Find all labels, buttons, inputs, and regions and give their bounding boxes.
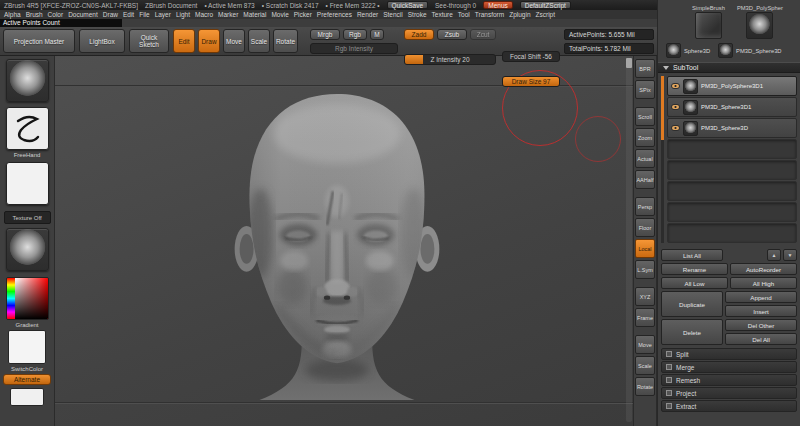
zoom-button[interactable]: Zoom xyxy=(635,128,655,147)
menu-preferences[interactable]: Preferences xyxy=(317,11,352,18)
menu-document[interactable]: Document xyxy=(68,11,98,18)
menu-macro[interactable]: Macro xyxy=(195,11,213,18)
all-low-button[interactable]: All Low xyxy=(661,277,728,289)
menu-picker[interactable]: Picker xyxy=(294,11,312,18)
all-high-button[interactable]: All High xyxy=(730,277,797,289)
actual-button[interactable]: Actual xyxy=(635,149,655,168)
subtool-up-button[interactable]: ▲ xyxy=(767,249,781,261)
merge-section-header[interactable]: Merge xyxy=(661,361,797,373)
menu-layer[interactable]: Layer xyxy=(155,11,171,18)
secondary-color-swatch[interactable] xyxy=(10,388,44,406)
projection-master-button[interactable]: Projection Master xyxy=(3,29,75,53)
color-picker[interactable] xyxy=(6,277,49,320)
delete-button[interactable]: Delete xyxy=(661,319,723,345)
menu-file[interactable]: File xyxy=(139,11,149,18)
visibility-eye-icon[interactable] xyxy=(671,104,680,110)
remesh-section-header[interactable]: Remesh xyxy=(661,374,797,386)
rgb-button[interactable]: Rgb xyxy=(343,29,367,40)
zsub-button[interactable]: Zsub xyxy=(437,29,467,40)
subtool-item[interactable]: PM3D_PolySphere3D1 xyxy=(667,76,797,96)
rotate-nav-button[interactable]: Rotate xyxy=(635,377,655,396)
lsym-button[interactable]: L.Sym xyxy=(635,260,655,279)
zcut-button[interactable]: Zcut xyxy=(470,29,496,40)
saturation-value-field[interactable] xyxy=(15,278,48,319)
menu-marker[interactable]: Marker xyxy=(218,11,238,18)
frame-button[interactable]: Frame xyxy=(635,308,655,327)
menu-light[interactable]: Light xyxy=(176,11,190,18)
m-button[interactable]: M xyxy=(370,29,384,40)
subtool-section-header[interactable]: SubTool xyxy=(658,62,800,73)
rotate-mode-button[interactable]: Rotate xyxy=(273,29,298,53)
del-other-button[interactable]: Del Other xyxy=(725,319,797,331)
lightbox-button[interactable]: LightBox xyxy=(79,29,125,53)
current-alpha-thumbnail[interactable] xyxy=(6,162,49,205)
menu-color[interactable]: Color xyxy=(48,11,64,18)
menu-edit[interactable]: Edit xyxy=(123,11,134,18)
menu-material[interactable]: Material xyxy=(243,11,266,18)
spix-button[interactable]: SPix xyxy=(635,80,655,99)
z-intensity-slider[interactable]: Z Intensity 20 xyxy=(404,54,496,65)
default-zscript-button[interactable]: DefaultZScript xyxy=(520,1,571,9)
duplicate-button[interactable]: Duplicate xyxy=(661,291,723,317)
main-color-swatch[interactable] xyxy=(8,330,46,364)
canvas-scrollbar[interactable] xyxy=(626,58,632,422)
autoreorder-button[interactable]: AutoReorder xyxy=(730,263,797,275)
append-button[interactable]: Append xyxy=(725,291,797,303)
move-nav-button[interactable]: Move xyxy=(635,335,655,354)
scale-nav-button[interactable]: Scale xyxy=(635,356,655,375)
subtool-item[interactable]: PM3D_Sphere3D1 xyxy=(667,97,797,117)
visibility-eye-icon[interactable] xyxy=(671,83,680,89)
draw-size-slider[interactable]: Draw Size 97 xyxy=(502,76,560,87)
canvas-scrollbar-handle[interactable] xyxy=(626,58,632,68)
insert-button[interactable]: Insert xyxy=(725,305,797,317)
list-all-button[interactable]: List All xyxy=(661,249,723,261)
rename-button[interactable]: Rename xyxy=(661,263,728,275)
menu-zscript[interactable]: Zscript xyxy=(536,11,556,18)
floor-button[interactable]: Floor xyxy=(635,218,655,237)
menus-toggle-button[interactable]: Menus xyxy=(483,1,513,9)
menu-zplugin[interactable]: Zplugin xyxy=(509,11,530,18)
focal-shift-slider[interactable]: Focal Shift -56 xyxy=(502,51,560,62)
see-through-slider[interactable]: See-through 0 xyxy=(435,2,476,9)
gradient-toggle[interactable]: Gradient xyxy=(15,322,38,328)
extract-section-header[interactable]: Extract xyxy=(661,400,797,412)
menu-render[interactable]: Render xyxy=(357,11,378,18)
menu-movie[interactable]: Movie xyxy=(271,11,288,18)
menu-draw[interactable]: Draw xyxy=(103,11,118,18)
menu-stroke[interactable]: Stroke xyxy=(408,11,427,18)
brush-tool-thumbnail[interactable] xyxy=(695,12,722,39)
visibility-eye-icon[interactable] xyxy=(671,125,680,131)
alternate-button[interactable]: Alternate xyxy=(3,374,51,385)
aahalf-button[interactable]: AAHalf xyxy=(635,170,655,189)
current-tool-thumbnail[interactable] xyxy=(746,12,773,39)
draw-mode-button[interactable]: Draw xyxy=(198,29,220,53)
hue-strip[interactable] xyxy=(7,278,15,319)
subtool-item[interactable]: PM3D_Sphere3D xyxy=(667,118,797,138)
switch-color-button[interactable]: SwitchColor xyxy=(11,366,43,372)
bpr-button[interactable]: BPR xyxy=(635,59,655,78)
project-section-header[interactable]: Project xyxy=(661,387,797,399)
subtool-scrollbar-thumb[interactable] xyxy=(661,76,664,140)
zadd-button[interactable]: Zadd xyxy=(404,29,434,40)
scale-mode-button[interactable]: Scale xyxy=(248,29,270,53)
current-material-thumbnail[interactable] xyxy=(6,228,49,271)
rgb-intensity-slider[interactable]: Rgb Intensity xyxy=(310,43,398,54)
document-canvas[interactable] xyxy=(55,56,633,426)
persp-button[interactable]: Persp xyxy=(635,197,655,216)
current-stroke-thumbnail[interactable] xyxy=(6,107,49,150)
menu-brush[interactable]: Brush xyxy=(26,11,43,18)
scroll-button[interactable]: Scroll xyxy=(635,107,655,126)
current-texture-button[interactable]: Texture Off xyxy=(4,211,51,224)
xyz-button[interactable]: XYZ xyxy=(635,287,655,306)
edit-mode-button[interactable]: Edit xyxy=(173,29,195,53)
menu-stencil[interactable]: Stencil xyxy=(383,11,403,18)
menu-texture[interactable]: Texture xyxy=(432,11,453,18)
menu-alpha[interactable]: Alpha xyxy=(4,11,21,18)
quick-sketch-button[interactable]: Quick Sketch xyxy=(129,29,169,53)
menu-tool[interactable]: Tool xyxy=(458,11,470,18)
pm3d-sphere3d-thumbnail[interactable] xyxy=(718,43,733,58)
sphere3d-thumbnail[interactable] xyxy=(666,43,681,58)
move-mode-button[interactable]: Move xyxy=(223,29,245,53)
current-brush-thumbnail[interactable] xyxy=(6,59,49,102)
local-button[interactable]: Local xyxy=(635,239,655,258)
